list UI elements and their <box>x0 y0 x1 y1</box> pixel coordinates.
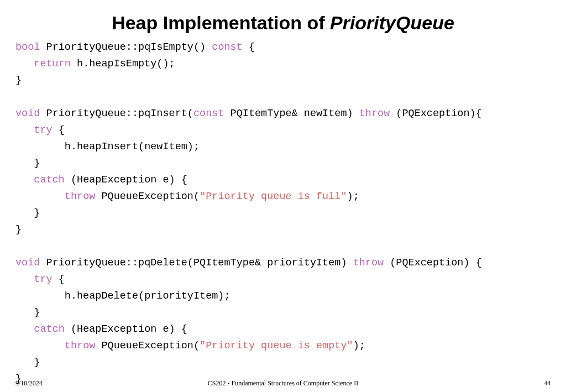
kw-bool: bool <box>15 41 40 53</box>
code-text: h.heapIsEmpty(); <box>71 58 175 70</box>
footer-course: CS202 - Fundamental Structures of Comput… <box>0 379 566 388</box>
kw-const: const <box>212 41 243 53</box>
code-text: } <box>15 158 40 169</box>
code-text: PriorityQueue::pqIsEmpty() <box>40 41 212 53</box>
code-text <box>15 58 34 70</box>
kw-throw: throw <box>359 108 390 119</box>
code-text: } <box>15 224 22 236</box>
code-text: h.heapDelete(priorityItem); <box>15 290 230 302</box>
kw-const: const <box>193 108 224 119</box>
code-text: } <box>15 207 40 219</box>
code-text: h.heapInsert(newItem); <box>15 141 200 153</box>
code-text: ); <box>353 340 365 352</box>
string-literal: "Priority queue is empty" <box>200 340 353 352</box>
footer-page-number: 44 <box>544 379 551 388</box>
code-text: } <box>15 357 40 368</box>
code-text: } <box>15 75 22 86</box>
code-text: { <box>243 41 255 53</box>
code-text: PQueueException( <box>95 191 200 202</box>
code-text <box>15 191 65 202</box>
code-text <box>15 174 34 186</box>
slide-title: Heap Implementation of PriorityQueue <box>0 12 566 34</box>
code-text: { <box>53 124 65 136</box>
title-plain: Heap Implementation of <box>112 12 330 33</box>
string-literal: "Priority queue is full" <box>200 191 347 202</box>
code-text: PQueueException( <box>95 340 200 352</box>
kw-void: void <box>15 108 40 119</box>
code-text: PriorityQueue::pqDelete(PQItemType& prio… <box>40 257 353 269</box>
code-text: PriorityQueue::pqInsert( <box>40 108 193 119</box>
code-block: bool PriorityQueue::pqIsEmpty() const { … <box>0 39 566 388</box>
kw-throw: throw <box>65 191 96 202</box>
kw-catch: catch <box>34 174 65 186</box>
title-em: PriorityQueue <box>330 12 454 33</box>
code-text <box>15 124 34 136</box>
code-text: (PQException){ <box>390 108 482 119</box>
kw-return: return <box>34 58 71 70</box>
kw-throw: throw <box>65 340 96 352</box>
kw-void: void <box>15 257 40 269</box>
code-text: (HeapException e) { <box>65 323 187 335</box>
code-text: { <box>53 274 65 285</box>
code-text <box>15 323 34 335</box>
code-text: PQItemType& newItem) <box>224 108 359 119</box>
code-text <box>15 274 34 285</box>
kw-try: try <box>34 274 52 285</box>
code-text: (PQException) { <box>384 257 482 269</box>
kw-throw: throw <box>353 257 384 269</box>
kw-catch: catch <box>34 323 65 335</box>
code-text: } <box>15 307 40 318</box>
code-text: ); <box>347 191 359 202</box>
code-text: (HeapException e) { <box>65 174 187 186</box>
code-text <box>15 340 65 352</box>
kw-try: try <box>34 124 52 136</box>
